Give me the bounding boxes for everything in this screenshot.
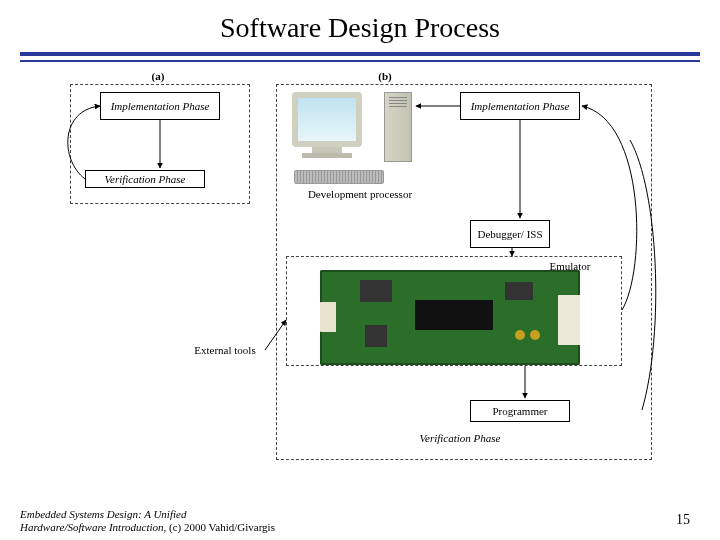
- label-b-verification: Verification Phase: [410, 432, 510, 444]
- computer-icon: [292, 92, 362, 158]
- label-external-tools: External tools: [185, 344, 265, 356]
- label-a: (a): [148, 70, 168, 82]
- footer-citation: Embedded Systems Design: A Unified Hardw…: [20, 508, 275, 534]
- footer-copyright: (c) 2000 Vahid/Givargis: [166, 521, 275, 533]
- box-b-impl: Implementation Phase: [460, 92, 580, 120]
- diagram-area: (a) (b) Implementation Phase Verificatio…: [30, 70, 690, 470]
- box-a-verif: Verification Phase: [85, 170, 205, 188]
- footer-line2: Hardware/Software Introduction,: [20, 521, 166, 533]
- slide-title: Software Design Process: [0, 0, 720, 52]
- board-image: [320, 270, 580, 365]
- box-programmer: Programmer: [470, 400, 570, 422]
- page-number: 15: [676, 512, 690, 528]
- box-debugger: Debugger/ ISS: [470, 220, 550, 248]
- title-divider: [20, 52, 700, 62]
- box-a-impl: Implementation Phase: [100, 92, 220, 120]
- footer-line1: Embedded Systems Design: A Unified: [20, 508, 186, 520]
- label-dev-processor: Development processor: [300, 188, 420, 200]
- label-b: (b): [375, 70, 395, 82]
